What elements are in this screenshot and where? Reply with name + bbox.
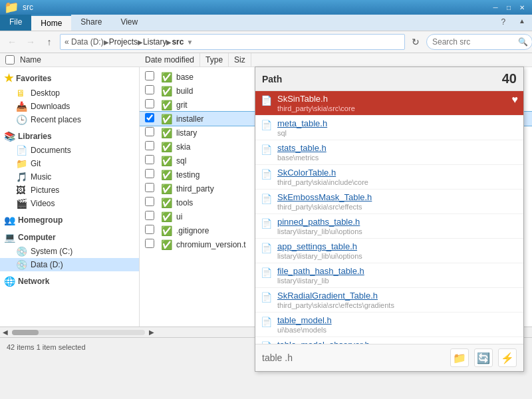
- file-ac-icon: 📄: [261, 169, 272, 180]
- window-controls: ─ □ ✕: [489, 2, 528, 13]
- col-header-name[interactable]: Name: [20, 55, 41, 65]
- ac-texts: SkSinTable.h third_party\skia\src\core: [277, 94, 512, 112]
- forward-button[interactable]: →: [23, 34, 39, 50]
- autocomplete-item[interactable]: 📄 table_model.h ui\base\models: [255, 313, 523, 337]
- sidebar-item-desktop[interactable]: 🖥 Desktop: [0, 86, 139, 100]
- path-dropdown-arrow[interactable]: ▼: [186, 39, 193, 46]
- autocomplete-item[interactable]: 📄 stats_table.h base\metrics: [255, 140, 523, 165]
- sidebar-item-videos[interactable]: 🎬 Videos: [0, 197, 139, 210]
- folder-icon: ✅: [161, 156, 172, 166]
- item-checkbox[interactable]: [145, 169, 154, 178]
- ac-texts: SkEmbossMask_Table.h third_party\skia\sr…: [277, 192, 518, 211]
- ribbon-collapse-button[interactable]: ▲: [512, 15, 532, 31]
- footer-lightning-button[interactable]: ⚡: [498, 348, 517, 367]
- network-header[interactable]: 🌐 Network: [0, 274, 139, 289]
- item-checkbox[interactable]: [145, 99, 154, 108]
- back-button[interactable]: ←: [4, 34, 20, 50]
- drive-d-icon: 💿: [16, 259, 27, 270]
- sidebar-item-pictures[interactable]: 🖼 Pictures: [0, 184, 139, 197]
- minimize-button[interactable]: ─: [489, 2, 501, 13]
- file-name: build: [176, 86, 193, 96]
- file-name: sql: [176, 156, 186, 166]
- computer-header[interactable]: 💻 Computer: [0, 230, 139, 245]
- scroll-right-button[interactable]: ▶: [146, 327, 157, 338]
- item-checkbox[interactable]: [145, 155, 154, 164]
- item-checkbox-area: [145, 113, 158, 124]
- item-checkbox-area: [145, 71, 158, 82]
- item-checkbox[interactable]: [145, 71, 154, 80]
- tab-file[interactable]: File: [0, 15, 31, 31]
- sidebar-item-git[interactable]: 📁 Git: [0, 157, 139, 170]
- network-section: 🌐 Network: [0, 274, 139, 289]
- downloads-label: Downloads: [31, 102, 70, 111]
- help-button[interactable]: ?: [494, 15, 512, 31]
- computer-icon: 💻: [4, 232, 15, 243]
- search-input[interactable]: [426, 34, 532, 50]
- sidebar-item-downloads[interactable]: 📥 Downloads: [0, 100, 139, 113]
- autocomplete-item[interactable]: 📄 table_model_observer.h ui\base\models: [255, 337, 523, 344]
- scroll-thumb[interactable]: [12, 330, 39, 335]
- item-checkbox[interactable]: [145, 197, 154, 206]
- item-checkbox[interactable]: [145, 183, 154, 192]
- autocomplete-item[interactable]: 📄 SkEmbossMask_Table.h third_party\skia\…: [255, 190, 523, 214]
- autocomplete-item[interactable]: 📄 SkSinTable.h third_party\skia\src\core…: [255, 91, 523, 116]
- ac-texts: table_model_observer.h ui\base\models: [277, 340, 518, 344]
- tab-share[interactable]: Share: [71, 15, 111, 31]
- item-checkbox[interactable]: [145, 141, 154, 150]
- file-name: listary: [176, 128, 197, 138]
- file-name: tools: [176, 198, 193, 207]
- title-bar: 📁 src ─ □ ✕: [0, 0, 532, 15]
- autocomplete-item[interactable]: 📄 meta_table.h sql: [255, 116, 523, 140]
- search-icon[interactable]: 🔍: [518, 37, 528, 47]
- sidebar-item-data-d[interactable]: 💿 Data (D:): [0, 258, 139, 271]
- close-button[interactable]: ✕: [516, 2, 528, 13]
- favorites-header[interactable]: ★ Favorites: [0, 70, 139, 86]
- scroll-track[interactable]: [12, 330, 145, 335]
- item-checkbox[interactable]: [145, 239, 154, 248]
- ac-texts: SkColorTable.h third_party\skia\include\…: [277, 168, 518, 186]
- git-icon: 📁: [16, 158, 27, 169]
- item-checkbox[interactable]: [145, 127, 154, 136]
- scroll-left-button[interactable]: ◀: [0, 327, 11, 338]
- folder-icon: ✅: [161, 211, 172, 222]
- autocomplete-item[interactable]: 📄 pinned_paths_table.h listary\listary_l…: [255, 214, 523, 239]
- heart-icon[interactable]: ♥: [512, 94, 519, 106]
- file-ac-icon: 📄: [261, 267, 272, 278]
- libraries-header[interactable]: 📚 Libraries: [0, 129, 139, 144]
- homegroup-header[interactable]: 👥 Homegroup: [0, 213, 139, 227]
- item-checkbox[interactable]: [145, 211, 154, 220]
- sidebar-item-documents[interactable]: 📄 Documents: [0, 144, 139, 157]
- folder-icon: ✅: [161, 72, 172, 82]
- footer-refresh-button[interactable]: 🔄: [474, 348, 493, 367]
- autocomplete-footer: table .h 📁 🔄 ⚡: [255, 344, 523, 371]
- autocomplete-item[interactable]: 📄 SkColorTable.h third_party\skia\includ…: [255, 165, 523, 190]
- autocomplete-item[interactable]: 📄 SkRadialGradient_Table.h third_party\s…: [255, 288, 523, 313]
- col-header-size[interactable]: Siz: [229, 53, 251, 66]
- sidebar-item-recent-places[interactable]: 🕒 Recent places: [0, 113, 139, 126]
- ac-title: pinned_paths_table.h: [277, 217, 518, 227]
- downloads-icon: 📥: [16, 101, 27, 112]
- tab-home[interactable]: Home: [31, 15, 71, 31]
- maximize-button[interactable]: □: [503, 2, 515, 13]
- status-text: 42 items 1 item selected: [7, 343, 86, 351]
- tab-view[interactable]: View: [111, 15, 147, 31]
- autocomplete-item[interactable]: 📄 app_settings_table.h listary\listary_l…: [255, 239, 523, 263]
- item-checkbox[interactable]: [145, 225, 154, 234]
- music-label: Music: [31, 172, 51, 182]
- autocomplete-item[interactable]: 📄 file_path_hash_table.h listary\listary…: [255, 263, 523, 288]
- footer-folder-button[interactable]: 📁: [450, 348, 469, 367]
- col-header-type[interactable]: Type: [200, 53, 229, 66]
- item-checkbox[interactable]: [145, 85, 154, 94]
- refresh-button[interactable]: ↻: [408, 34, 424, 50]
- sidebar-item-music[interactable]: 🎵 Music: [0, 170, 139, 184]
- item-checkbox-area: [145, 155, 158, 166]
- select-all-checkbox[interactable]: [5, 55, 15, 65]
- item-checkbox[interactable]: [145, 113, 154, 122]
- col-header-date[interactable]: Date modified: [140, 53, 200, 66]
- ac-title: SkRadialGradient_Table.h: [277, 291, 518, 301]
- item-checkbox-area: [145, 99, 158, 110]
- ac-subtext: third_party\skia\src\effects\gradients: [277, 301, 518, 309]
- sidebar-item-system-c[interactable]: 💿 System (C:): [0, 245, 139, 258]
- up-button[interactable]: ↑: [41, 34, 57, 50]
- address-path[interactable]: « Data (D:) ▶ Projects ▶ Listary ▶ src ▼: [60, 34, 405, 50]
